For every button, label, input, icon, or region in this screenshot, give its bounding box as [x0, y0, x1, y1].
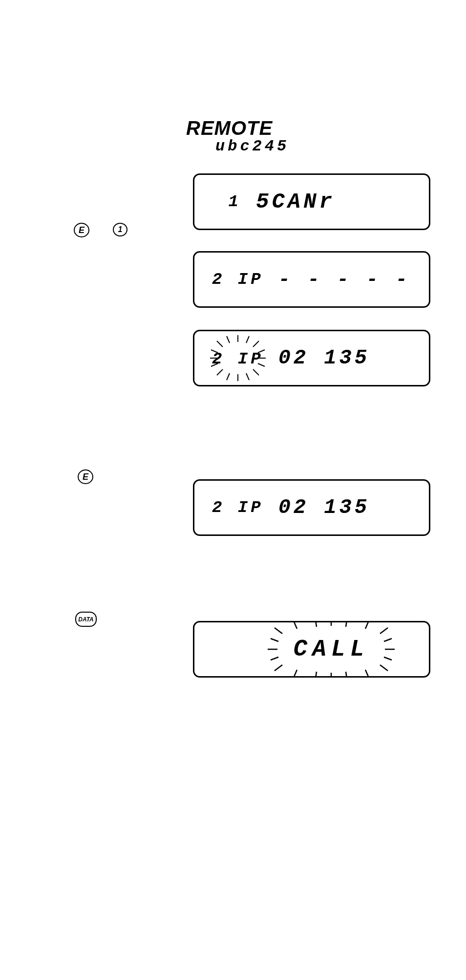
- svg-line-27: [346, 621, 347, 627]
- title-block: REMOTE ubc245: [186, 117, 289, 155]
- svg-line-5: [253, 341, 259, 347]
- lcd-screen-2: 2 IP - - - - -: [193, 251, 430, 308]
- data-button[interactable]: DATA: [75, 612, 97, 627]
- svg-line-29: [346, 672, 347, 678]
- svg-line-33: [384, 639, 392, 641]
- title-sub: ubc245: [215, 137, 289, 155]
- e-button-2-label: E: [83, 472, 88, 482]
- svg-line-35: [384, 657, 392, 660]
- svg-line-11: [246, 373, 249, 380]
- lcd-screen-4: 2 IP 02 135: [193, 479, 430, 536]
- svg-line-25: [365, 670, 368, 677]
- lcd3-right: 02 135: [278, 346, 370, 370]
- lcd3-left-burst: 2 IP: [212, 347, 264, 369]
- svg-line-19: [380, 628, 388, 634]
- one-button-label: 1: [118, 225, 123, 234]
- lcd2-right: - - - - -: [278, 269, 410, 291]
- e-button-label: E: [79, 225, 85, 235]
- lcd-screen-5: CALL: [193, 621, 430, 678]
- svg-line-34: [271, 657, 278, 660]
- lcd-screen-3: 2 IP 02 135: [193, 330, 430, 386]
- svg-line-21: [380, 665, 388, 671]
- lcd4-right: 02 135: [278, 496, 370, 519]
- svg-line-22: [294, 622, 297, 629]
- lcd2-left: 2 IP: [212, 270, 264, 289]
- lcd4-left: 2 IP: [212, 498, 264, 517]
- svg-line-7: [253, 369, 259, 375]
- svg-line-8: [227, 336, 230, 343]
- lcd5-center: CALL: [293, 636, 369, 662]
- svg-line-26: [316, 621, 317, 627]
- lcd-screen-1: 1 5CANr: [193, 173, 430, 230]
- e-button-2[interactable]: E: [78, 469, 93, 484]
- svg-line-4: [217, 341, 223, 347]
- svg-line-20: [275, 665, 282, 671]
- svg-line-28: [316, 672, 317, 678]
- e-button[interactable]: E: [74, 223, 89, 237]
- lcd1-right: 5CANr: [256, 190, 335, 214]
- manual-page: REMOTE ubc245 E 1 E DATA 1 5CANr 2 IP - …: [0, 0, 466, 980]
- data-button-label: DATA: [78, 616, 94, 623]
- svg-line-9: [246, 336, 249, 343]
- one-button[interactable]: 1: [113, 223, 127, 236]
- svg-line-6: [217, 369, 223, 375]
- lcd1-left: 1: [212, 192, 241, 211]
- svg-line-23: [365, 622, 368, 629]
- lcd5-center-burst: CALL: [293, 636, 369, 662]
- lcd3-left: 2 IP: [212, 350, 264, 368]
- svg-line-18: [275, 628, 282, 634]
- title-main: REMOTE: [186, 117, 289, 139]
- svg-line-32: [271, 639, 278, 641]
- svg-line-24: [294, 670, 297, 677]
- svg-line-10: [227, 373, 230, 380]
